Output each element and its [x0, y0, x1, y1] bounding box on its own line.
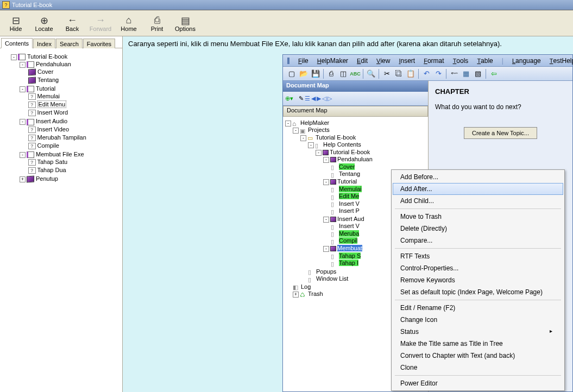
dtree-item[interactable]: Tutorial [337, 178, 357, 185]
addnode-icon[interactable]: ⊕▾ [285, 95, 293, 102]
expand-toggle[interactable]: - [20, 62, 26, 68]
menu-item[interactable]: Edit / Rename (F2) [393, 302, 563, 314]
menu-item[interactable]: Compare... [393, 235, 563, 246]
spell-icon[interactable]: ABC [350, 68, 361, 79]
contents-tree[interactable]: -Tutorial E-book-PendahuluanCoverTentang… [0, 48, 122, 392]
menu-item[interactable]: Status [393, 326, 563, 338]
dtree-item[interactable]: Window List [316, 275, 348, 282]
expand-toggle[interactable]: - [323, 246, 329, 252]
preview-icon[interactable]: ◫ [338, 68, 349, 79]
dtree-item[interactable]: Popups [316, 268, 336, 275]
dtree-item[interactable]: Insert P [339, 207, 360, 214]
menu-item[interactable]: Remove Keywords [393, 274, 563, 286]
tree-item[interactable]: Tutorial [36, 85, 55, 92]
expand-toggle[interactable]: - [20, 119, 26, 125]
redo-icon[interactable]: ↷ [433, 68, 444, 79]
hide-button[interactable]: ⊟Hide [2, 11, 29, 35]
expand-toggle[interactable]: + [293, 292, 299, 298]
menu-item[interactable]: Move to Trash [393, 211, 563, 223]
dtree-item[interactable]: Insert Aud [337, 216, 364, 222]
dtree-item[interactable]: Tentang [339, 170, 360, 177]
menu-item[interactable]: Power Editor [393, 377, 563, 389]
dtree-item[interactable]: Meruba [339, 230, 359, 237]
expand-toggle[interactable]: - [285, 121, 291, 127]
dtree-item[interactable]: Pendahuluan [337, 156, 373, 162]
nav4-icon[interactable]: ▷ [328, 95, 332, 102]
context-menu[interactable]: Add Before...Add After...Add Child...Mov… [391, 169, 565, 391]
nav3-icon[interactable]: ◁ [322, 95, 326, 102]
open-icon[interactable]: 📂 [298, 68, 309, 79]
dtree-item[interactable]: Insert V [339, 200, 360, 207]
list-icon[interactable]: ☰ [305, 95, 310, 102]
menu-item[interactable]: Change Icon [393, 314, 563, 326]
dtree-item[interactable]: Trash [308, 290, 323, 297]
expand-toggle[interactable]: - [323, 217, 329, 223]
expand-toggle[interactable]: - [20, 86, 26, 92]
expand-toggle[interactable]: - [316, 150, 322, 156]
back-button[interactable]: ←Back [59, 11, 86, 35]
menu-tools[interactable]: Tools [450, 56, 472, 66]
edit-icon[interactable]: ✎ [299, 95, 304, 102]
menu-item[interactable]: Delete (Directly) [393, 223, 563, 235]
new-icon[interactable]: ▢ [286, 68, 297, 79]
tree-item[interactable]: Cover [37, 68, 53, 75]
table-icon[interactable]: ▦ [461, 68, 471, 79]
expand-toggle[interactable]: - [323, 157, 329, 163]
tree-item[interactable]: Tahap Satu [37, 159, 68, 165]
create-topic-button[interactable]: Create a New Topic... [464, 127, 537, 139]
dtree-item[interactable]: Projects [308, 127, 330, 133]
dtree-item[interactable]: Memulai [339, 186, 362, 192]
find-icon[interactable]: 🔍 [366, 68, 376, 79]
home-button[interactable]: ⌂Home [115, 11, 142, 35]
menu-item[interactable]: RTF Texts [393, 250, 563, 262]
print-icon[interactable]: ⎙ [326, 68, 337, 79]
expand-toggle[interactable]: - [300, 135, 306, 141]
expand-toggle[interactable]: - [323, 179, 329, 185]
dtree-item[interactable]: Log [301, 283, 311, 290]
menu-edit[interactable]: Edit [354, 56, 371, 66]
expand-toggle[interactable]: - [20, 152, 26, 158]
menu-item[interactable]: Control-Properties... [393, 262, 563, 274]
menu-item[interactable]: Convert to Chapter with Text (and back) [393, 350, 563, 362]
tree-item[interactable]: Tahap Dua [37, 167, 66, 173]
menu-testhelp[interactable]: TestHelp [546, 56, 573, 66]
menu-language[interactable]: Language [509, 56, 544, 66]
dtree-item[interactable]: Tutorial E-book [316, 134, 356, 141]
dtree-item[interactable]: HelpMaker [300, 119, 329, 126]
menu-item[interactable]: Add Child... [393, 195, 563, 207]
tree-item[interactable]: Merubah Tampilan [37, 134, 86, 141]
undo-icon[interactable]: ↶ [421, 68, 432, 79]
dtree-item[interactable]: Insert V [339, 223, 360, 229]
nav1-icon[interactable]: ◀ [311, 95, 316, 102]
cut-icon[interactable]: ✂ [381, 68, 392, 79]
menu-item[interactable]: Add Before... [393, 171, 563, 183]
paste-icon[interactable]: 📋 [405, 68, 416, 79]
dtree-item[interactable]: Tahap I [339, 260, 358, 266]
dtree-item[interactable]: Compil [339, 237, 357, 244]
tree-item[interactable]: Pendahuluan [36, 61, 71, 67]
tree-item[interactable]: Penutup [36, 175, 58, 182]
print-button[interactable]: ⎙Print [143, 11, 171, 35]
dtree-item[interactable]: Edit Me [339, 193, 359, 199]
tab-search[interactable]: Search [56, 39, 83, 48]
save-icon[interactable]: 💾 [310, 68, 321, 79]
expand-toggle[interactable]: - [11, 54, 17, 60]
tab-contents[interactable]: Contents [1, 38, 33, 48]
image-icon[interactable]: ▧ [473, 68, 483, 79]
tree-item[interactable]: Memulai [37, 93, 60, 99]
expand-toggle[interactable]: - [308, 142, 314, 148]
menu-insert[interactable]: Insert [395, 56, 418, 66]
menu-format[interactable]: Format [420, 56, 447, 66]
back-icon[interactable]: ⇦ [488, 68, 499, 79]
tab-favorites[interactable]: Favorites [83, 39, 115, 48]
tree-item[interactable]: Membuat File Exe [36, 151, 84, 157]
options-button[interactable]: ▤Options [172, 11, 199, 35]
menu-item[interactable]: Clone [393, 362, 563, 374]
locate-button[interactable]: ⊕Locate [30, 11, 58, 35]
dtree-item[interactable]: Tutorial E-book [330, 149, 370, 155]
expand-toggle[interactable]: - [293, 128, 299, 134]
menu-item[interactable]: Add After... [393, 183, 563, 195]
menu-view[interactable]: View [373, 56, 393, 66]
menu-item[interactable]: Make the Title same as Title in Tree [393, 338, 563, 350]
expand-toggle[interactable]: + [20, 176, 26, 182]
